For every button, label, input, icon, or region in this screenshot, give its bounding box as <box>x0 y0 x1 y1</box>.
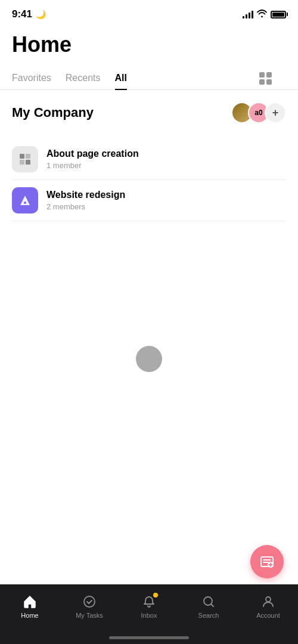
company-header: My Company a0 + <box>12 102 286 123</box>
signal-bars-icon <box>243 10 253 18</box>
nav-label-search: Search <box>198 612 219 619</box>
svg-rect-1 <box>26 154 30 159</box>
nav-item-account[interactable]: Account <box>238 590 298 619</box>
workspace-info-about: About page creation 1 member <box>46 148 139 170</box>
inbox-badge <box>153 593 158 597</box>
svg-rect-2 <box>20 160 24 165</box>
svg-rect-0 <box>20 154 24 159</box>
person-icon <box>260 594 276 609</box>
create-fab-button[interactable] <box>250 545 284 578</box>
workspace-title: Website redesign <box>46 190 125 200</box>
nav-label-home: Home <box>21 612 38 619</box>
company-avatars: a0 + <box>231 102 286 123</box>
moon-icon: 🌙 <box>36 10 46 19</box>
status-bar: 9:41 🌙 <box>0 0 298 26</box>
wifi-icon <box>257 9 267 20</box>
nav-label-account: Account <box>256 612 280 619</box>
status-time: 9:41 <box>12 8 32 20</box>
workspace-icon-about <box>12 146 38 172</box>
status-icons <box>243 9 286 20</box>
tab-favorites[interactable]: Favorites <box>12 67 51 89</box>
nav-item-search[interactable]: Search <box>179 590 238 619</box>
tabs-bar: Favorites Recents All <box>0 67 298 90</box>
bottom-navigation: Home My Tasks Inbox Searc <box>0 584 298 644</box>
check-circle-icon <box>82 594 97 609</box>
svg-point-4 <box>24 202 26 204</box>
workspace-icon-website <box>12 187 38 213</box>
bell-icon <box>141 594 157 609</box>
svg-point-7 <box>84 596 95 607</box>
nav-item-mytasks[interactable]: My Tasks <box>60 590 119 619</box>
home-icon <box>22 594 38 609</box>
workspace-meta: 1 member <box>46 161 139 170</box>
workspace-meta: 2 members <box>46 202 125 211</box>
company-section: My Company a0 + <box>0 90 298 139</box>
home-indicator <box>109 636 189 639</box>
avatar-add-button[interactable]: + <box>265 102 286 123</box>
svg-rect-3 <box>26 160 30 165</box>
tab-recents[interactable]: Recents <box>66 67 101 89</box>
nav-item-inbox[interactable]: Inbox <box>119 590 179 619</box>
workspace-item[interactable]: About page creation 1 member <box>12 139 286 180</box>
workspace-info-website: Website redesign 2 members <box>46 190 125 211</box>
company-name: My Company <box>12 105 94 120</box>
battery-icon <box>271 11 286 18</box>
nav-label-mytasks: My Tasks <box>76 612 103 619</box>
workspace-list: About page creation 1 member Website red… <box>0 139 298 221</box>
workspace-item[interactable]: Website redesign 2 members <box>12 180 286 221</box>
svg-point-9 <box>266 597 271 602</box>
search-icon <box>201 594 216 609</box>
tab-all[interactable]: All <box>115 67 127 89</box>
page-header: Home <box>0 26 298 57</box>
nav-label-inbox: Inbox <box>141 612 157 619</box>
loading-indicator <box>136 346 162 372</box>
workspace-title: About page creation <box>46 148 139 159</box>
page-title: Home <box>12 32 286 57</box>
grid-view-button[interactable] <box>259 72 286 85</box>
nav-item-home[interactable]: Home <box>0 590 60 619</box>
